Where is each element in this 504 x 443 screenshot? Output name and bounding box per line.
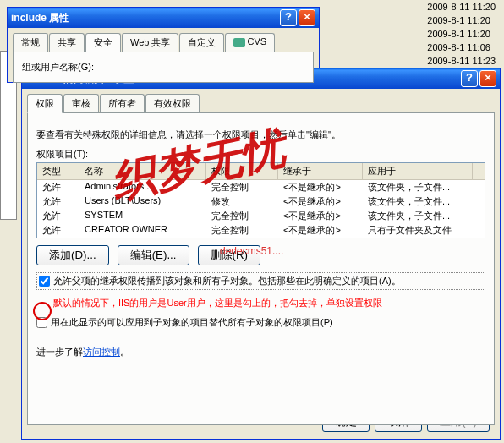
date-entry: 2009-8-1 11:20 — [427, 27, 496, 41]
help-button[interactable]: ? — [461, 70, 478, 87]
date-entry: 2009-8-1 11:06 — [427, 41, 496, 54]
tab-3[interactable]: Web 共享 — [122, 33, 178, 52]
date-entry: 2009-8-1 11:20 — [427, 14, 496, 27]
replace-checkbox[interactable] — [36, 317, 47, 328]
list-label: 权限项目(T): — [36, 148, 485, 161]
access-control-link[interactable]: 访问控制 — [83, 347, 120, 357]
inherit-checkbox[interactable] — [39, 276, 50, 287]
table-row[interactable]: 允许CREATOR OWNER完全控制<不是继承的>只有子文件夹及文件 — [37, 223, 485, 238]
table-row[interactable]: 允许SYSTEM完全控制<不是继承的>该文件夹，子文件... — [37, 209, 485, 223]
tab-0[interactable]: 权限 — [27, 94, 63, 113]
tab-4[interactable]: 自定义 — [179, 33, 224, 52]
group-label: 组或用户名称(G): — [22, 61, 304, 74]
tab-3[interactable]: 有效权限 — [145, 94, 200, 112]
learn-more: 进一步了解访问控制。 — [36, 346, 485, 358]
tab-1[interactable]: 审核 — [63, 94, 99, 112]
date-entry: 2009-8-11 11:20 — [427, 0, 496, 14]
annotation-note: 默认的情况下，IIS的用户是User用户，这里是勾上的，把勾去掉，单独设置权限 — [53, 297, 485, 309]
col-header[interactable]: 应用于 — [363, 163, 473, 179]
close-button[interactable]: × — [299, 9, 315, 26]
tab-0[interactable]: 常规 — [13, 33, 48, 52]
add-button[interactable]: 添加(D)... — [36, 245, 109, 265]
close-button[interactable]: × — [479, 70, 496, 87]
tab-2[interactable]: 安全 — [85, 33, 121, 52]
replace-checkbox-label[interactable]: 用在此显示的可以应用到子对象的项目替代所有子对象的权限项目(P) — [36, 316, 485, 329]
col-header[interactable]: 继承于 — [278, 163, 363, 179]
inherit-checkbox-label[interactable]: 允许父项的继承权限传播到该对象和所有子对象。包括那些在此明确定义的项目(A)。 — [39, 275, 483, 287]
col-header[interactable]: 名称 — [79, 163, 206, 179]
titlebar: include 属性 ? × — [8, 8, 319, 28]
table-row[interactable]: 允许Users (BLT\Users)修改<不是继承的>该文件夹，子文件... — [37, 194, 485, 209]
tab-2[interactable]: 所有者 — [100, 94, 145, 112]
tab-5[interactable]: CVS — [225, 33, 275, 52]
edit-button[interactable]: 编辑(E)... — [118, 245, 189, 265]
help-button[interactable]: ? — [280, 9, 297, 26]
date-entry: 2009-8-11 11:23 — [427, 54, 496, 68]
window-title: include 属性 — [11, 11, 278, 25]
col-header[interactable]: 权限 — [206, 163, 278, 179]
permission-table[interactable]: 类型名称权限继承于应用于 允许Administrators ...完全控制<不是… — [36, 162, 485, 238]
info-text: 要查看有关特殊权限的详细信息，请选择一个权限项目，然后单击"编辑"。 — [36, 129, 485, 141]
col-header[interactable]: 类型 — [37, 163, 79, 179]
table-row[interactable]: 允许Administrators ...完全控制<不是继承的>该文件夹，子文件.… — [37, 180, 485, 194]
cvs-icon — [233, 38, 245, 47]
tab-1[interactable]: 共享 — [49, 33, 85, 52]
watermark-url: dedecms51.... — [220, 245, 283, 257]
